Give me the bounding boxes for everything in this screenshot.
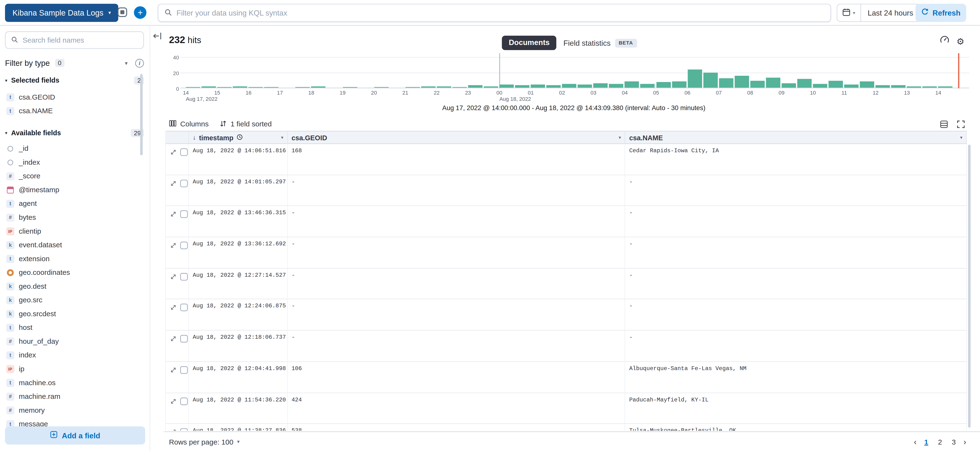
histogram-bar[interactable] bbox=[813, 84, 827, 88]
field-item-_score[interactable]: #_score bbox=[0, 169, 142, 183]
histogram-bar[interactable] bbox=[641, 84, 655, 88]
histogram-bar[interactable] bbox=[296, 87, 310, 88]
tab-field-statistics[interactable]: Field statistics BETA bbox=[563, 38, 637, 48]
cell-timestamp[interactable]: Aug 18, 2022 @ 11:54:36.220 bbox=[189, 393, 288, 423]
histogram-bar[interactable] bbox=[923, 86, 937, 88]
cell-csa-name[interactable]: - bbox=[625, 331, 967, 361]
histogram-bar[interactable] bbox=[452, 87, 467, 88]
field-item-csa.NAME[interactable]: tcsa.NAME bbox=[0, 104, 142, 118]
page-button-2[interactable]: 2 bbox=[936, 438, 944, 446]
histogram-bar[interactable] bbox=[672, 81, 686, 88]
expand-document-icon[interactable] bbox=[170, 398, 177, 404]
histogram-bar[interactable] bbox=[217, 87, 232, 88]
field-item-extension[interactable]: textension bbox=[0, 252, 142, 266]
cell-csa-name[interactable]: - bbox=[625, 175, 967, 206]
cell-csa-name[interactable]: Tulsa-Muskogee-Bartlesville, OK bbox=[625, 424, 967, 431]
histogram-bar[interactable] bbox=[891, 85, 905, 88]
column-header-csa-geoid[interactable]: csa.GEOID ▾ bbox=[288, 131, 625, 143]
expand-document-icon[interactable] bbox=[170, 429, 177, 431]
available-fields-header[interactable]: ▾ Available fields 29 bbox=[5, 128, 144, 138]
histogram-bar[interactable] bbox=[437, 86, 451, 88]
histogram-bar[interactable] bbox=[625, 81, 639, 88]
row-checkbox[interactable] bbox=[180, 304, 188, 311]
next-page-button[interactable]: › bbox=[964, 438, 966, 446]
tab-documents[interactable]: Documents bbox=[502, 36, 557, 50]
histogram-bar[interactable] bbox=[264, 87, 278, 88]
field-item-ip[interactable]: IPip bbox=[0, 362, 142, 376]
histogram-bar[interactable] bbox=[202, 86, 216, 88]
cell-csa-geoid[interactable]: - bbox=[288, 300, 625, 330]
calendar-menu-button[interactable]: ▾ bbox=[837, 4, 861, 21]
columns-button[interactable]: Columns bbox=[169, 120, 208, 129]
cell-csa-geoid[interactable]: - bbox=[288, 175, 625, 206]
grid-scrollbar[interactable] bbox=[968, 145, 970, 427]
histogram-bar[interactable] bbox=[656, 82, 670, 88]
rows-per-page-button[interactable]: Rows per page: 100 ▾ bbox=[169, 438, 240, 446]
fullscreen-icon[interactable] bbox=[957, 120, 965, 128]
histogram-bar[interactable] bbox=[719, 78, 733, 88]
cell-csa-name[interactable]: Albuquerque-Santa Fe-Las Vegas, NM bbox=[625, 362, 967, 392]
histogram-bar[interactable] bbox=[593, 83, 608, 88]
inspect-icon[interactable] bbox=[940, 35, 950, 47]
cell-timestamp[interactable]: Aug 18, 2022 @ 14:06:51.816 bbox=[189, 144, 288, 175]
field-item-geo.dest[interactable]: kgeo.dest bbox=[0, 279, 142, 293]
histogram-bar[interactable] bbox=[766, 78, 780, 88]
field-item-@timestamp[interactable]: @timestamp bbox=[0, 183, 142, 197]
histogram-bar[interactable] bbox=[829, 81, 843, 88]
field-item-host[interactable]: thost bbox=[0, 320, 142, 335]
expand-document-icon[interactable] bbox=[170, 211, 177, 217]
histogram-bar[interactable] bbox=[248, 87, 263, 88]
field-item-memory[interactable]: #memory bbox=[0, 403, 142, 417]
expand-document-icon[interactable] bbox=[170, 180, 177, 186]
cell-csa-geoid[interactable]: - bbox=[288, 206, 625, 236]
cell-timestamp[interactable]: Aug 18, 2022 @ 12:24:06.875 bbox=[189, 300, 288, 330]
histogram-bar[interactable] bbox=[421, 86, 436, 88]
cell-timestamp[interactable]: Aug 18, 2022 @ 12:04:41.998 bbox=[189, 362, 288, 392]
cell-csa-name[interactable]: - bbox=[625, 300, 967, 330]
sidebar-scrollbar[interactable] bbox=[140, 74, 143, 155]
time-range-button[interactable]: Last 24 hours bbox=[861, 4, 920, 21]
histogram-bar[interactable] bbox=[374, 87, 388, 88]
field-item-geo.src[interactable]: kgeo.src bbox=[0, 293, 142, 307]
cell-timestamp[interactable]: Aug 18, 2022 @ 13:36:12.692 bbox=[189, 237, 288, 268]
expand-document-icon[interactable] bbox=[170, 336, 177, 342]
expand-document-icon[interactable] bbox=[170, 304, 177, 311]
collapse-sidebar-button[interactable] bbox=[152, 31, 163, 42]
histogram-bar[interactable] bbox=[750, 81, 764, 88]
sort-fields-button[interactable]: 1 field sorted bbox=[220, 120, 272, 128]
saved-query-menu-button[interactable] bbox=[115, 6, 129, 20]
row-checkbox[interactable] bbox=[180, 366, 188, 374]
histogram-bar[interactable] bbox=[233, 86, 247, 88]
histogram-bar[interactable] bbox=[860, 81, 874, 88]
refresh-button[interactable]: Refresh bbox=[915, 4, 966, 22]
display-options-icon[interactable] bbox=[940, 120, 948, 128]
cell-csa-geoid[interactable]: - bbox=[288, 268, 625, 299]
expand-document-icon[interactable] bbox=[170, 242, 177, 249]
cell-csa-name[interactable]: - bbox=[625, 237, 967, 268]
histogram-bar[interactable] bbox=[343, 87, 357, 88]
histogram-bar[interactable] bbox=[876, 85, 890, 88]
cell-csa-geoid[interactable]: 168 bbox=[288, 144, 625, 175]
histogram-bar[interactable] bbox=[500, 84, 514, 88]
histogram-bar[interactable] bbox=[907, 86, 921, 88]
histogram-bar[interactable] bbox=[797, 79, 811, 88]
histogram-bar[interactable] bbox=[844, 84, 859, 88]
field-item-clientip[interactable]: IPclientip bbox=[0, 224, 142, 238]
cell-csa-geoid[interactable]: 106 bbox=[288, 362, 625, 392]
filter-by-type-button[interactable]: Filter by type 0 ▾ i bbox=[5, 54, 144, 72]
cell-csa-name[interactable]: Paducah-Mayfield, KY-IL bbox=[625, 393, 967, 423]
cell-timestamp[interactable]: Aug 18, 2022 @ 11:38:27.836 bbox=[189, 424, 288, 431]
data-view-picker-button[interactable]: Kibana Sample Data Logs ▾ bbox=[5, 4, 118, 22]
cell-csa-geoid[interactable]: - bbox=[288, 237, 625, 268]
gear-icon[interactable]: ⚙ bbox=[956, 37, 964, 46]
cell-csa-geoid[interactable]: 424 bbox=[288, 393, 625, 423]
histogram-bar[interactable] bbox=[546, 85, 561, 88]
info-icon[interactable]: i bbox=[135, 59, 144, 67]
expand-document-icon[interactable] bbox=[170, 367, 177, 373]
histogram-bar[interactable] bbox=[405, 87, 420, 88]
kql-query-input[interactable] bbox=[177, 8, 824, 17]
cell-timestamp[interactable]: Aug 18, 2022 @ 14:01:05.297 bbox=[189, 175, 288, 206]
histogram-bar[interactable] bbox=[515, 85, 530, 88]
cell-csa-name[interactable]: - bbox=[625, 268, 967, 299]
field-item-geo.coordinates[interactable]: geo.coordinates bbox=[0, 266, 142, 279]
